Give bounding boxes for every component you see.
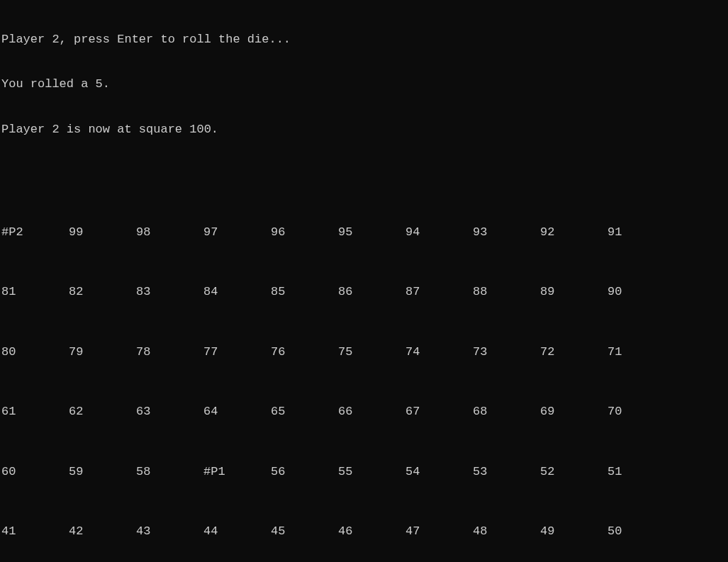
board-row: 61 62 63 64 65 66 67 68 69 70 xyxy=(1,404,727,434)
board-cell: 67 xyxy=(405,404,473,419)
board-cell: #P1 xyxy=(203,464,271,479)
board-cell: 92 xyxy=(540,225,607,240)
roll-result: You rolled a 5. xyxy=(1,77,727,91)
board-cell: 72 xyxy=(540,344,607,359)
board-cell: 80 xyxy=(1,344,69,359)
board-cell: 73 xyxy=(473,344,540,359)
board-cell: 98 xyxy=(136,225,203,240)
board-cell: 91 xyxy=(607,225,675,240)
board-cell: 44 xyxy=(203,524,271,539)
board-cell: 76 xyxy=(271,344,338,359)
board-cell: 81 xyxy=(1,284,69,299)
board-cell: 77 xyxy=(203,344,271,359)
board-cell: #P2 xyxy=(1,225,69,240)
board-cell: 43 xyxy=(136,524,203,539)
board-cell: 66 xyxy=(338,404,405,419)
game-board: #P2 99 98 97 96 95 94 93 92 91 81 82 83 … xyxy=(1,194,727,562)
board-row: 60 59 58 #P1 56 55 54 53 52 51 xyxy=(1,464,727,494)
board-cell: 62 xyxy=(69,404,136,419)
board-cell: 95 xyxy=(338,225,405,240)
board-cell: 69 xyxy=(540,404,607,419)
board-cell: 60 xyxy=(1,464,69,479)
board-cell: 96 xyxy=(271,225,338,240)
board-cell: 54 xyxy=(405,464,473,479)
board-cell: 94 xyxy=(405,225,473,240)
board-cell: 86 xyxy=(338,284,405,299)
board-cell: 63 xyxy=(136,404,203,419)
board-cell: 41 xyxy=(1,524,69,539)
board-row: 80 79 78 77 76 75 74 73 72 71 xyxy=(1,344,727,374)
board-row: #P2 99 98 97 96 95 94 93 92 91 xyxy=(1,225,727,254)
board-cell: 88 xyxy=(473,284,540,299)
board-cell: 97 xyxy=(203,225,271,240)
terminal-output: Player 2, press Enter to roll the die...… xyxy=(1,1,727,562)
board-cell: 87 xyxy=(405,284,473,299)
board-row: 81 82 83 84 85 86 87 88 89 90 xyxy=(1,284,727,314)
board-cell: 70 xyxy=(607,404,675,419)
board-cell: 71 xyxy=(607,344,675,359)
board-cell: 42 xyxy=(69,524,136,539)
board-cell: 52 xyxy=(540,464,607,479)
board-cell: 93 xyxy=(473,225,540,240)
board-cell: 74 xyxy=(405,344,473,359)
board-cell: 61 xyxy=(1,404,69,419)
board-cell: 48 xyxy=(473,524,540,539)
board-cell: 46 xyxy=(338,524,405,539)
position-update: Player 2 is now at square 100. xyxy=(1,122,727,137)
board-cell: 55 xyxy=(338,464,405,479)
board-cell: 64 xyxy=(203,404,271,419)
board-cell: 84 xyxy=(203,284,271,299)
board-cell: 47 xyxy=(405,524,473,539)
board-cell: 83 xyxy=(136,284,203,299)
board-cell: 75 xyxy=(338,344,405,359)
board-cell: 85 xyxy=(271,284,338,299)
board-cell: 79 xyxy=(69,344,136,359)
board-cell: 99 xyxy=(69,225,136,240)
board-cell: 51 xyxy=(607,464,675,479)
board-row: 41 42 43 44 45 46 47 48 49 50 xyxy=(1,524,727,553)
board-cell: 49 xyxy=(540,524,607,539)
board-cell: 89 xyxy=(540,284,607,299)
board-cell: 58 xyxy=(136,464,203,479)
board-cell: 50 xyxy=(607,524,675,539)
board-cell: 65 xyxy=(271,404,338,419)
board-cell: 45 xyxy=(271,524,338,539)
board-cell: 59 xyxy=(69,464,136,479)
board-cell: 78 xyxy=(136,344,203,359)
turn-prompt: Player 2, press Enter to roll the die... xyxy=(1,32,727,47)
board-cell: 68 xyxy=(473,404,540,419)
board-cell: 56 xyxy=(271,464,338,479)
board-cell: 53 xyxy=(473,464,540,479)
board-cell: 90 xyxy=(607,284,675,299)
board-cell: 82 xyxy=(69,284,136,299)
